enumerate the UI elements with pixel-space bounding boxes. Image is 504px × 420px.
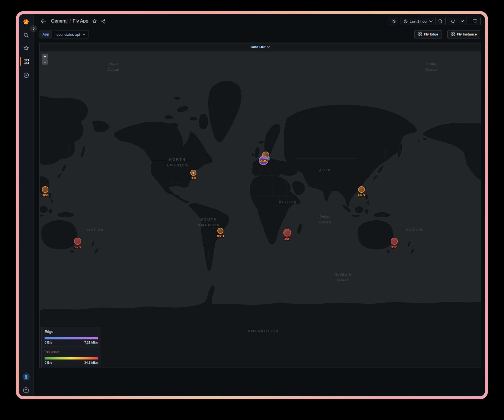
- world-map-svg: [40, 51, 481, 368]
- settings-gear-icon: [391, 19, 396, 24]
- explore-nav-item[interactable]: [23, 72, 30, 79]
- marker-sheen: [359, 187, 364, 192]
- map-marker-hkg[interactable]: [358, 186, 365, 193]
- panel-header[interactable]: Data Out: [40, 42, 481, 51]
- variables-bar: App openstatus-api Fly Edge: [34, 28, 485, 40]
- marker-sheen: [391, 238, 397, 244]
- favorite-dashboard-button[interactable]: [92, 19, 97, 24]
- time-zoom-out-button[interactable]: [435, 17, 445, 25]
- legend-gradient-bar: [45, 357, 98, 359]
- star-outline-icon: [92, 19, 97, 24]
- zoom-out-icon: [438, 19, 443, 23]
- help-glyph: ?: [25, 388, 27, 392]
- legend-title: Edge: [45, 330, 98, 334]
- marker-sheen: [259, 156, 268, 164]
- fly-instance-label: Fly Instance: [457, 32, 477, 36]
- map-marker-gru[interactable]: [217, 228, 223, 234]
- map-legend: Edge0 B/s7.21 kB/sInstance0 B/s34.3 kB/s: [41, 327, 101, 367]
- apps-grid-icon: [451, 32, 455, 36]
- refresh-interval-dropdown[interactable]: [458, 17, 467, 25]
- back-arrow-icon: [40, 18, 46, 24]
- map-marker-iad[interactable]: [190, 170, 196, 176]
- world-map[interactable]: + − Edge0 B/s7.21 kB/sInstance0 B/s34.3 …: [40, 51, 481, 368]
- breadcrumb: General / Fly App: [51, 18, 88, 24]
- title-actions: [92, 19, 105, 24]
- apps-grid-icon: [418, 32, 422, 36]
- desktop-canvas: { "colors": { "frame_gradient": ["#f3a7b…: [0, 0, 504, 420]
- tv-monitor-icon: [473, 19, 477, 23]
- fly-edge-label: Fly Edge: [424, 32, 438, 36]
- variable-app-dropdown[interactable]: openstatus-api: [53, 30, 88, 39]
- dashboard-links: Fly Edge Fly Instance: [414, 30, 480, 39]
- search-icon: [23, 32, 29, 38]
- dashboards-nav-item[interactable]: [23, 58, 30, 65]
- legend-max: 34.3 kB/s: [84, 361, 98, 364]
- marker-sheen: [284, 229, 291, 236]
- profile-avatar[interactable]: [23, 373, 30, 380]
- main-area: General / Fly App: [34, 14, 485, 396]
- map-marker-blue[interactable]: [267, 157, 270, 160]
- dashboard-settings-button[interactable]: [389, 17, 398, 25]
- dashboards-grid-icon: [24, 59, 29, 64]
- map-marker-ams[interactable]: [259, 156, 268, 165]
- refresh-group: [448, 17, 467, 25]
- share-dashboard-button[interactable]: [101, 19, 105, 24]
- clock-icon: [404, 19, 408, 23]
- grafana-window: ? General / Fly App: [19, 14, 485, 396]
- map-zoom-out-button[interactable]: −: [42, 59, 48, 65]
- dashboard-toolbar: Last 1 hour: [389, 17, 481, 25]
- fly-instance-link[interactable]: Fly Instance: [447, 30, 480, 39]
- marker-sheen: [75, 238, 81, 244]
- window-frame: ? General / Fly App: [16, 11, 488, 399]
- refresh-button[interactable]: [448, 17, 458, 25]
- geomap-panel: Data Out: [39, 42, 481, 368]
- chevron-right-icon: [32, 27, 35, 30]
- sidebar: ?: [19, 14, 34, 396]
- map-marker-syd[interactable]: [74, 238, 81, 245]
- marker-sheen: [42, 187, 48, 192]
- variable-app-label: App: [39, 30, 52, 39]
- kiosk-mode-button[interactable]: [469, 17, 481, 25]
- grafana-logo-icon: [23, 18, 30, 25]
- help-button[interactable]: ?: [23, 387, 29, 393]
- map-marker-syd[interactable]: [391, 238, 398, 245]
- user-avatar-icon: [24, 375, 28, 379]
- chevron-down-icon: [267, 46, 270, 48]
- legend-range: 0 B/s34.3 kB/s: [45, 361, 98, 364]
- marker-sheen: [268, 157, 270, 160]
- grafana-logo[interactable]: [23, 18, 30, 25]
- expand-sidebar-button[interactable]: [30, 25, 37, 32]
- chevron-down-icon: [429, 20, 432, 22]
- search-nav-item[interactable]: [23, 32, 30, 39]
- fly-edge-link[interactable]: Fly Edge: [414, 30, 442, 39]
- chevron-down-icon: [83, 34, 85, 35]
- panel-title: Data Out: [251, 45, 265, 49]
- active-section-indicator: [20, 57, 21, 66]
- back-button[interactable]: [39, 17, 48, 25]
- map-marker-hkg[interactable]: [42, 186, 48, 193]
- legend-section-instance: Instance0 B/s34.3 kB/s: [42, 347, 101, 367]
- explore-compass-icon: [23, 72, 29, 78]
- legend-section-edge: Edge0 B/s7.21 kB/s: [42, 327, 101, 347]
- legend-gradient-bar: [45, 337, 98, 339]
- breadcrumb-folder[interactable]: General: [51, 18, 67, 24]
- time-range-button[interactable]: Last 1 hour: [401, 17, 435, 25]
- time-range-label: Last 1 hour: [410, 19, 428, 23]
- map-marker-jnb[interactable]: [283, 229, 291, 237]
- map-zoom-in-button[interactable]: +: [42, 54, 48, 59]
- breadcrumb-dashboard: Fly App: [73, 18, 88, 24]
- legend-min: 0 B/s: [45, 361, 52, 364]
- marker-center-dot: [193, 172, 195, 174]
- chevron-down-icon: [461, 20, 464, 22]
- time-picker-group: Last 1 hour: [401, 17, 446, 25]
- refresh-icon: [451, 19, 455, 23]
- dashboard-header: General / Fly App: [34, 14, 485, 28]
- map-zoom-controls: + −: [42, 54, 48, 65]
- legend-title: Instance: [45, 350, 98, 354]
- breadcrumb-separator: /: [69, 18, 71, 24]
- legend-max: 7.21 kB/s: [84, 341, 98, 344]
- legend-range: 0 B/s7.21 kB/s: [45, 341, 98, 344]
- share-icon: [101, 19, 105, 24]
- starred-nav-item[interactable]: [23, 45, 30, 52]
- legend-min: 0 B/s: [45, 341, 52, 344]
